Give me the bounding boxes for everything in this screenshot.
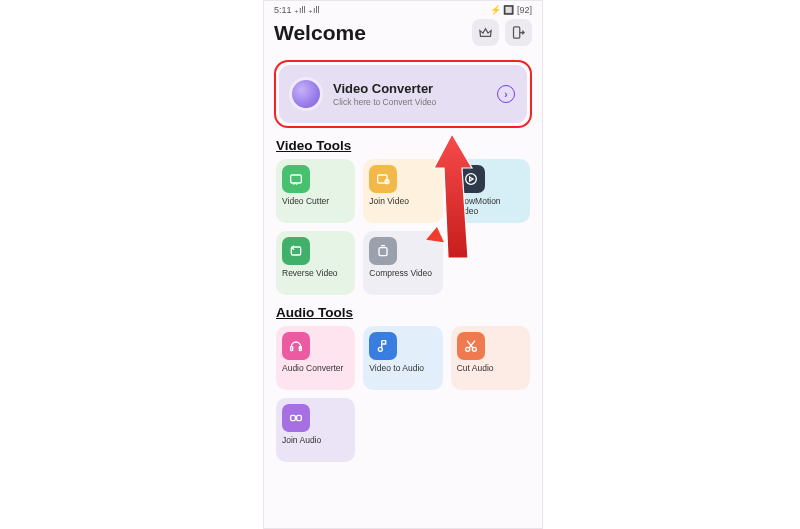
chevron-right-icon: › bbox=[497, 85, 515, 103]
rev-icon bbox=[282, 237, 310, 265]
cutter-icon bbox=[282, 165, 310, 193]
video-tools-header: Video Tools bbox=[276, 138, 530, 153]
video-tool-slowmotion-video[interactable]: SlowMotion Video bbox=[451, 159, 530, 223]
tool-label: Reverse Video bbox=[282, 269, 349, 279]
audio-tool-audio-converter[interactable]: Audio Converter bbox=[276, 326, 355, 390]
video-tool-compress-video[interactable]: Compress Video bbox=[363, 231, 442, 295]
tool-label: Cut Audio bbox=[457, 364, 524, 374]
svg-point-9 bbox=[379, 347, 383, 351]
crown-icon[interactable] bbox=[472, 19, 499, 46]
tool-label: Video to Audio bbox=[369, 364, 436, 374]
tool-label: Video Cutter bbox=[282, 197, 349, 207]
audio-tools-header: Audio Tools bbox=[276, 305, 530, 320]
header: Welcome bbox=[264, 15, 542, 54]
audio-tool-join-audio[interactable]: Join Audio bbox=[276, 398, 355, 462]
svg-rect-7 bbox=[291, 347, 293, 351]
tool-label: Join Audio bbox=[282, 436, 349, 446]
tool-label: Join Video bbox=[369, 197, 436, 207]
tool-label: Audio Converter bbox=[282, 364, 349, 374]
status-bar: 5:11 ₊ıll ₊ıll ⚡ 🔲 [92] bbox=[264, 1, 542, 15]
svg-rect-6 bbox=[379, 248, 387, 256]
slow-icon bbox=[457, 165, 485, 193]
video-tool-join-video[interactable]: Join Video bbox=[363, 159, 442, 223]
note-icon bbox=[369, 332, 397, 360]
audio-tool-video-to-audio[interactable]: Video to Audio bbox=[363, 326, 442, 390]
video-converter-highlight: Video Converter Click here to Convert Vi… bbox=[274, 60, 532, 128]
joinA-icon bbox=[282, 404, 310, 432]
status-time: 5:11 ₊ıll ₊ıll bbox=[274, 5, 320, 15]
svg-rect-12 bbox=[291, 415, 296, 420]
page-title: Welcome bbox=[274, 21, 366, 45]
status-right: ⚡ 🔲 [92] bbox=[490, 5, 532, 15]
svg-rect-0 bbox=[514, 27, 520, 38]
phone-frame: 5:11 ₊ıll ₊ıll ⚡ 🔲 [92] Welcome Video Co… bbox=[263, 0, 543, 529]
video-converter-icon bbox=[289, 77, 323, 111]
tool-label: Compress Video bbox=[369, 269, 436, 279]
exit-icon[interactable] bbox=[505, 19, 532, 46]
head-icon bbox=[282, 332, 310, 360]
cutA-icon bbox=[457, 332, 485, 360]
hot-icon bbox=[426, 226, 446, 242]
comp-icon bbox=[369, 237, 397, 265]
video-tool-reverse-video[interactable]: Reverse Video bbox=[276, 231, 355, 295]
video-tools-grid: Video CutterJoin VideoSlowMotion VideoRe… bbox=[264, 159, 542, 301]
svg-rect-13 bbox=[297, 415, 302, 420]
svg-rect-1 bbox=[291, 175, 302, 183]
video-converter-card[interactable]: Video Converter Click here to Convert Vi… bbox=[279, 65, 527, 123]
audio-tools-grid: Audio ConverterVideo to AudioCut AudioJo… bbox=[264, 326, 542, 468]
audio-tool-cut-audio[interactable]: Cut Audio bbox=[451, 326, 530, 390]
video-tool-video-cutter[interactable]: Video Cutter bbox=[276, 159, 355, 223]
join-icon bbox=[369, 165, 397, 193]
video-converter-title: Video Converter bbox=[333, 81, 436, 96]
video-converter-subtitle: Click here to Convert Video bbox=[333, 97, 436, 107]
tool-label: SlowMotion Video bbox=[457, 197, 524, 217]
